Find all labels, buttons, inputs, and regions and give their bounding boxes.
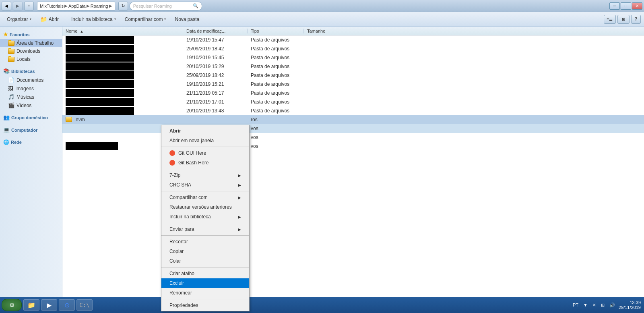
table-row[interactable]: vos — [62, 133, 644, 142]
back-button[interactable]: ◀ — [2, 2, 11, 10]
window-controls: ─ □ ✕ — [609, 2, 642, 10]
ctx-properties[interactable]: Propriedades — [161, 301, 249, 310]
file-nome-7 — [62, 98, 183, 106]
table-row[interactable]: 19/10/2019 15:47 Pasta de arquivos — [62, 35, 644, 44]
sidebar-item-videos[interactable]: 🎬 Vídeos — [0, 101, 62, 110]
ctx-sep-1 — [161, 147, 249, 147]
network-header[interactable]: 🌐 Rede — [0, 138, 62, 147]
help-button[interactable]: ? — [631, 15, 641, 24]
view-list-button[interactable]: ≡☰ — [604, 15, 616, 24]
ctx-include-library[interactable]: Incluir na biblioteca ▶ — [161, 212, 249, 222]
table-row[interactable]: 25/09/2019 18:42 Pasta de arquivos — [62, 71, 644, 80]
taskbar-media-icon: ▶ — [47, 301, 52, 309]
taskbar-chrome-btn[interactable]: ⊙ — [59, 299, 75, 311]
organize-label: Organizar — [7, 17, 28, 22]
favorites-header[interactable]: ★ Favoritos — [0, 30, 62, 39]
taskbar-cmd-btn[interactable]: C:\ — [76, 299, 93, 311]
ctx-copy-label: Copiar — [169, 249, 184, 254]
imagens-icon: 🖼 — [8, 85, 13, 91]
start-button[interactable]: ⊞ — [2, 299, 22, 311]
col-tamanho-header[interactable]: Tamanho — [304, 29, 344, 33]
table-row[interactable]: 25/09/2019 18:42 Pasta de arquivos — [62, 44, 644, 53]
ctx-crc[interactable]: CRC SHA ▶ — [161, 180, 249, 190]
sidebar-documentos-label: Documentos — [17, 77, 43, 83]
context-menu: Abrir Abrir em nova janela Git GUI Here … — [161, 125, 250, 311]
ctx-7zip-label: 7-Zip — [169, 172, 180, 178]
share-button[interactable]: Compartilhar com ▾ — [121, 14, 170, 25]
group-header[interactable]: 👥 Grupo doméstico — [0, 113, 62, 122]
file-data-6: 21/11/2019 05:17 — [183, 90, 248, 96]
close-button[interactable]: ✕ — [632, 2, 642, 10]
include-library-button[interactable]: Incluir na biblioteca ▾ — [68, 14, 120, 25]
share-label: Compartilhar com — [125, 17, 163, 22]
ctx-cut[interactable]: Recortar — [161, 237, 249, 247]
organize-button[interactable]: Organizar ▾ — [3, 14, 35, 25]
ctx-share[interactable]: Compartilhar com ▶ — [161, 193, 249, 202]
col-nome-header[interactable]: Nome ▲ — [62, 29, 183, 33]
open-label: Abrir — [49, 17, 59, 22]
ctx-7zip[interactable]: 7-Zip ▶ — [161, 170, 249, 180]
taskbar-explorer-icon: 📁 — [27, 301, 35, 309]
organize-arrow: ▾ — [30, 17, 31, 21]
libraries-header[interactable]: 📚 Bibliotecas — [0, 66, 62, 76]
col-tipo-header[interactable]: Tipo — [248, 29, 304, 33]
table-row[interactable]: 19/10/2019 15:45 Pasta de arquivos — [62, 53, 644, 62]
refresh-button[interactable]: ↻ — [118, 2, 128, 10]
table-row[interactable]: 21/10/2019 17:01 Pasta de arquivos — [62, 97, 644, 106]
ctx-open-new-window[interactable]: Abrir em nova janela — [161, 136, 249, 145]
forward-button[interactable]: ▶ — [13, 2, 23, 10]
ctx-git-bash[interactable]: Git Bash Here — [161, 158, 249, 168]
ctx-delete[interactable]: Excluir — [161, 278, 249, 288]
ctx-create-shortcut[interactable]: Criar atalho — [161, 269, 249, 278]
address-bar[interactable]: MixTutoriais ▶ AppData ▶ Roaming ▶ — [37, 2, 115, 10]
open-button[interactable]: 📁 Abrir — [37, 14, 62, 25]
table-row[interactable]: 19/10/2019 15:21 Pasta de arquivos — [62, 80, 644, 89]
minimize-button[interactable]: ─ — [609, 2, 620, 10]
clock-time: 13:39 — [619, 300, 641, 305]
up-button[interactable]: ↑ — [24, 2, 34, 10]
computer-header[interactable]: 💻 Computador — [0, 125, 62, 135]
table-row[interactable]: 20/10/2019 13:48 Pasta de arquivos — [62, 106, 644, 115]
ctx-cut-label: Recortar — [169, 239, 188, 245]
sidebar-item-downloads[interactable]: Downloads — [0, 47, 62, 55]
table-row[interactable]: 20/10/2019 15:29 Pasta de arquivos — [62, 62, 644, 71]
ctx-open[interactable]: Abrir — [161, 126, 249, 136]
network-icon: 🌐 — [3, 139, 9, 145]
file-nome-4 — [62, 71, 183, 79]
sidebar-videos-label: Vídeos — [17, 103, 31, 108]
col-data-header[interactable]: Data de modificaç... — [183, 29, 248, 33]
search-bar[interactable]: Pesquisar Roaming 🔍 — [130, 2, 202, 10]
start-icon: ⊞ — [10, 303, 14, 308]
table-row[interactable]: vos — [62, 142, 644, 151]
libraries-label: Bibliotecas — [11, 69, 35, 74]
ctx-rename[interactable]: Renomear — [161, 288, 249, 298]
table-row-nvm[interactable]: nvm ros — [62, 115, 644, 124]
sidebar-item-desktop[interactable]: Área de Trabalho — [0, 39, 62, 47]
sidebar-item-musicas[interactable]: 🎵 Músicas — [0, 93, 62, 101]
sidebar-item-imagens[interactable]: 🖼 Imagens — [0, 84, 62, 93]
new-folder-button[interactable]: Nova pasta — [171, 14, 203, 25]
view-details-button[interactable]: ⊞ — [617, 15, 630, 24]
file-data-2: 19/10/2019 15:45 — [183, 55, 248, 60]
ctx-open-new-window-label: Abrir em nova janela — [169, 138, 214, 143]
table-row[interactable]: 21/11/2019 05:17 Pasta de arquivos — [62, 89, 644, 97]
ctx-restore[interactable]: Restaurar versões anteriores — [161, 202, 249, 212]
sidebar-item-documentos[interactable]: 📄 Documentos — [0, 76, 62, 84]
table-row-highlighted[interactable]: vos — [62, 124, 644, 133]
taskbar-explorer-btn[interactable]: 📁 — [23, 299, 39, 311]
title-bar: ◀ ▶ ↑ MixTutoriais ▶ AppData ▶ Roaming ▶… — [0, 0, 644, 12]
sidebar: ★ Favoritos Área de Trabalho Downloads L… — [0, 27, 62, 303]
sidebar-item-locais[interactable]: Locais — [0, 55, 62, 63]
maximize-button[interactable]: □ — [621, 2, 631, 10]
ctx-send-to[interactable]: Enviar para ▶ — [161, 224, 249, 234]
ctx-properties-label: Propriedades — [169, 303, 198, 308]
taskbar-media-btn[interactable]: ▶ — [41, 299, 57, 311]
ctx-paste[interactable]: Colar — [161, 256, 249, 266]
ctx-sep-4 — [161, 223, 249, 223]
ctx-git-gui[interactable]: Git GUI Here — [161, 148, 249, 158]
ctx-copy[interactable]: Copiar — [161, 247, 249, 256]
computer-icon: 💻 — [3, 127, 10, 133]
ctx-sep-6 — [161, 267, 249, 267]
sidebar-downloads-label: Downloads — [17, 48, 40, 54]
file-tipo-6: Pasta de arquivos — [248, 90, 304, 96]
